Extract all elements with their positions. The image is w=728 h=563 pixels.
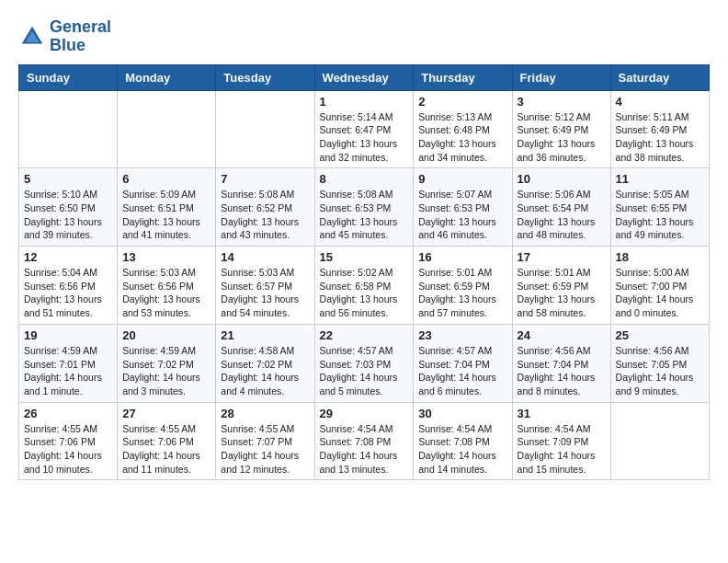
day-info: Sunrise: 5:10 AM Sunset: 6:50 PM Dayligh… [24,188,112,242]
calendar-cell: 5Sunrise: 5:10 AM Sunset: 6:50 PM Daylig… [19,168,118,247]
logo-text: General Blue [50,18,111,55]
day-info: Sunrise: 4:55 AM Sunset: 7:06 PM Dayligh… [122,422,210,477]
calendar-cell: 10Sunrise: 5:06 AM Sunset: 6:54 PM Dayli… [512,168,610,247]
day-info: Sunrise: 5:00 AM Sunset: 7:00 PM Dayligh… [616,266,704,320]
day-info: Sunrise: 5:04 AM Sunset: 6:56 PM Dayligh… [24,266,112,320]
calendar-cell: 2Sunrise: 5:13 AM Sunset: 6:48 PM Daylig… [414,90,512,168]
day-info: Sunrise: 5:03 AM Sunset: 6:56 PM Dayligh… [122,266,210,320]
day-info: Sunrise: 5:14 AM Sunset: 6:47 PM Dayligh… [320,110,409,165]
calendar-cell [19,90,118,168]
day-info: Sunrise: 4:57 AM Sunset: 7:04 PM Dayligh… [418,344,506,398]
calendar-cell: 12Sunrise: 5:04 AM Sunset: 6:56 PM Dayli… [19,247,118,325]
weekday-header: Tuesday [216,64,314,90]
day-info: Sunrise: 4:54 AM Sunset: 7:09 PM Dayligh… [518,422,606,477]
logo-icon [18,23,46,51]
day-number: 11 [616,172,704,186]
day-info: Sunrise: 4:54 AM Sunset: 7:08 PM Dayligh… [320,422,409,477]
calendar-cell: 31Sunrise: 4:54 AM Sunset: 7:09 PM Dayli… [512,402,610,480]
calendar-cell: 21Sunrise: 4:58 AM Sunset: 7:02 PM Dayli… [216,324,314,402]
day-number: 8 [320,172,409,186]
calendar-cell: 13Sunrise: 5:03 AM Sunset: 6:56 PM Dayli… [118,247,216,325]
calendar-cell: 1Sunrise: 5:14 AM Sunset: 6:47 PM Daylig… [314,90,414,168]
calendar-cell: 22Sunrise: 4:57 AM Sunset: 7:03 PM Dayli… [314,324,414,402]
calendar-cell: 26Sunrise: 4:55 AM Sunset: 7:06 PM Dayli… [19,402,118,480]
calendar-cell [216,90,314,168]
day-number: 6 [122,172,210,186]
calendar-cell: 8Sunrise: 5:08 AM Sunset: 6:53 PM Daylig… [314,168,414,247]
day-info: Sunrise: 5:08 AM Sunset: 6:53 PM Dayligh… [320,188,409,242]
calendar-week-row: 5Sunrise: 5:10 AM Sunset: 6:50 PM Daylig… [19,168,710,247]
day-number: 30 [418,407,506,420]
weekday-header-row: SundayMondayTuesdayWednesdayThursdayFrid… [19,64,710,90]
calendar-cell: 19Sunrise: 4:59 AM Sunset: 7:01 PM Dayli… [19,324,118,402]
day-info: Sunrise: 5:02 AM Sunset: 6:58 PM Dayligh… [320,266,409,320]
calendar-cell: 24Sunrise: 4:56 AM Sunset: 7:04 PM Dayli… [512,324,610,402]
calendar-week-row: 12Sunrise: 5:04 AM Sunset: 6:56 PM Dayli… [19,247,710,325]
day-number: 13 [122,250,210,264]
day-info: Sunrise: 4:59 AM Sunset: 7:01 PM Dayligh… [24,344,112,398]
day-info: Sunrise: 4:56 AM Sunset: 7:04 PM Dayligh… [518,344,606,398]
day-number: 5 [24,172,112,186]
day-info: Sunrise: 5:06 AM Sunset: 6:54 PM Dayligh… [518,188,606,242]
day-number: 29 [320,407,409,420]
calendar-cell: 29Sunrise: 4:54 AM Sunset: 7:08 PM Dayli… [314,402,414,480]
logo: General Blue [18,18,111,55]
day-number: 2 [418,95,506,109]
day-number: 1 [320,95,409,109]
day-info: Sunrise: 5:12 AM Sunset: 6:49 PM Dayligh… [518,110,606,165]
weekday-header: Wednesday [314,64,414,90]
weekday-header: Friday [512,64,610,90]
day-number: 14 [221,250,309,264]
day-info: Sunrise: 5:01 AM Sunset: 6:59 PM Dayligh… [418,266,506,320]
day-number: 16 [418,250,506,264]
day-info: Sunrise: 4:55 AM Sunset: 7:07 PM Dayligh… [221,422,309,477]
calendar-cell: 14Sunrise: 5:03 AM Sunset: 6:57 PM Dayli… [216,247,314,325]
day-info: Sunrise: 5:13 AM Sunset: 6:48 PM Dayligh… [418,110,506,165]
day-info: Sunrise: 5:03 AM Sunset: 6:57 PM Dayligh… [221,266,309,320]
day-number: 24 [518,328,606,342]
calendar-cell: 17Sunrise: 5:01 AM Sunset: 6:59 PM Dayli… [512,247,610,325]
day-info: Sunrise: 4:58 AM Sunset: 7:02 PM Dayligh… [221,344,309,398]
day-info: Sunrise: 4:54 AM Sunset: 7:08 PM Dayligh… [418,422,506,477]
calendar-cell: 20Sunrise: 4:59 AM Sunset: 7:02 PM Dayli… [118,324,216,402]
day-number: 12 [24,250,112,264]
day-info: Sunrise: 5:09 AM Sunset: 6:51 PM Dayligh… [122,188,210,242]
day-number: 17 [518,250,606,264]
day-number: 22 [320,328,409,342]
day-number: 4 [616,95,704,109]
calendar-cell: 30Sunrise: 4:54 AM Sunset: 7:08 PM Dayli… [414,402,512,480]
day-number: 19 [24,328,112,342]
day-number: 9 [418,172,506,186]
day-info: Sunrise: 5:05 AM Sunset: 6:55 PM Dayligh… [616,188,704,242]
weekday-header: Thursday [414,64,512,90]
day-number: 28 [221,407,309,420]
day-number: 27 [122,407,210,420]
calendar-cell: 28Sunrise: 4:55 AM Sunset: 7:07 PM Dayli… [216,402,314,480]
calendar-cell: 23Sunrise: 4:57 AM Sunset: 7:04 PM Dayli… [414,324,512,402]
calendar-week-row: 26Sunrise: 4:55 AM Sunset: 7:06 PM Dayli… [19,402,710,480]
day-number: 21 [221,328,309,342]
calendar-cell: 6Sunrise: 5:09 AM Sunset: 6:51 PM Daylig… [118,168,216,247]
day-info: Sunrise: 5:08 AM Sunset: 6:52 PM Dayligh… [221,188,309,242]
calendar-cell: 11Sunrise: 5:05 AM Sunset: 6:55 PM Dayli… [610,168,709,247]
day-number: 3 [518,95,606,109]
calendar-cell: 25Sunrise: 4:56 AM Sunset: 7:05 PM Dayli… [610,324,709,402]
day-number: 25 [616,328,704,342]
calendar-cell [610,402,709,480]
weekday-header: Sunday [19,64,118,90]
calendar-cell: 7Sunrise: 5:08 AM Sunset: 6:52 PM Daylig… [216,168,314,247]
calendar-cell: 3Sunrise: 5:12 AM Sunset: 6:49 PM Daylig… [512,90,610,168]
calendar-week-row: 1Sunrise: 5:14 AM Sunset: 6:47 PM Daylig… [19,90,710,168]
day-info: Sunrise: 5:01 AM Sunset: 6:59 PM Dayligh… [518,266,606,320]
calendar-cell: 4Sunrise: 5:11 AM Sunset: 6:49 PM Daylig… [610,90,709,168]
calendar-cell [118,90,216,168]
day-number: 26 [24,407,112,420]
calendar-week-row: 19Sunrise: 4:59 AM Sunset: 7:01 PM Dayli… [19,324,710,402]
day-number: 23 [418,328,506,342]
day-info: Sunrise: 5:07 AM Sunset: 6:53 PM Dayligh… [418,188,506,242]
calendar-table: SundayMondayTuesdayWednesdayThursdayFrid… [18,64,710,481]
day-number: 10 [518,172,606,186]
day-number: 31 [518,407,606,420]
page-header: General Blue [18,18,710,55]
day-number: 7 [221,172,309,186]
